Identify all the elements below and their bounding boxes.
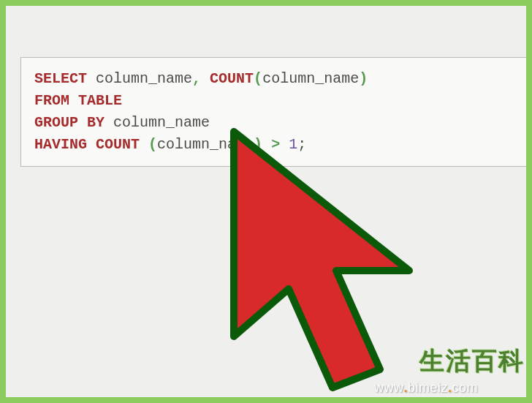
semicolon: ; [297,136,306,153]
space [104,114,113,131]
function-count: COUNT [210,70,254,87]
watermark-url: www.bimeiz.com [374,380,478,396]
identifier-column-name: column_name [96,70,192,87]
identifier-column-name: column_name [157,136,254,153]
comma: , [192,70,201,87]
keyword-table: TABLE [78,92,122,109]
sql-code-block: SELECT column_name, COUNT(column_name) F… [20,57,526,167]
code-line-4: HAVING COUNT (column_name) > 1; [34,134,513,156]
code-line-2: FROM TABLE [34,90,513,112]
watermark-url-domain: bimeiz [408,380,448,395]
code-line-1: SELECT column_name, COUNT(column_name) [34,68,513,90]
identifier-column-name: column_name [113,114,210,131]
space [87,136,96,153]
space [69,92,78,109]
keyword-select: SELECT [34,70,87,87]
paren-close: ) [254,136,262,153]
paren-close: ) [359,70,368,87]
paren-open: ( [148,136,157,153]
identifier-column-name: column_name [262,70,359,87]
watermark-url-tld: com [452,380,478,395]
content-panel: SELECT column_name, COUNT(column_name) F… [6,6,526,397]
keyword-having: HAVING [34,136,87,153]
code-line-3: GROUP BY column_name [34,112,513,134]
keyword-from: FROM [34,92,69,109]
space [140,136,148,153]
watermark-chinese: 生活百科 [419,344,525,378]
operator-greater-than: > [271,136,280,153]
function-count: COUNT [96,136,140,153]
space [280,136,289,153]
space [262,136,271,153]
space [87,70,96,87]
literal-number: 1 [289,136,297,153]
paren-open: ( [254,70,262,87]
keyword-group-by: GROUP BY [34,114,104,131]
space [201,70,210,87]
watermark-url-www: www [374,380,404,395]
